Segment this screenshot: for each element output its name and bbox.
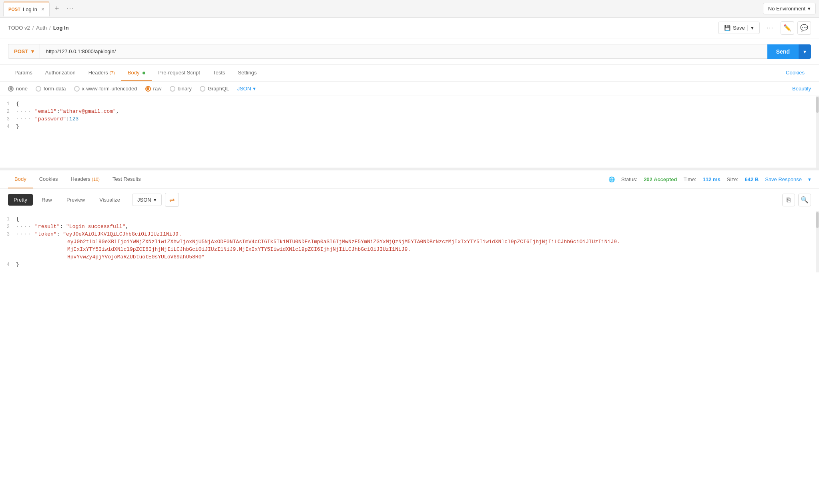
wrap-icon: ⇌: [169, 196, 175, 204]
save-button[interactable]: 💾 Save ▾: [718, 22, 760, 34]
status-label: Status:: [621, 176, 637, 182]
response-panel: Body Cookies Headers (10) Test Results 🌐…: [0, 170, 819, 504]
tab-post-login[interactable]: POST Log In ×: [3, 2, 50, 16]
tab-authorization[interactable]: Authorization: [39, 65, 82, 81]
search-response-button[interactable]: 🔍: [798, 194, 811, 206]
json-format-dropdown-icon: ▾: [154, 197, 157, 203]
send-main-button[interactable]: Send: [767, 44, 799, 59]
response-body-editor[interactable]: 1 { 2 ···· "result": "Login successfull"…: [0, 211, 819, 272]
resp-tab-cookies[interactable]: Cookies: [33, 170, 64, 188]
code-line-1: 1 {: [0, 100, 819, 108]
resp-line-1: 1 {: [0, 215, 819, 223]
env-section: No Environment ▾: [763, 3, 816, 14]
json-dropdown-icon: ▾: [253, 86, 256, 92]
time-value: 112 ms: [703, 176, 721, 182]
breadcrumb-actions: 💾 Save ▾ ··· ✏️ 💬: [718, 21, 811, 35]
resp-tab-headers[interactable]: Headers (10): [64, 170, 106, 188]
save-label: Save: [733, 25, 745, 31]
status-value: 202 Accepted: [644, 176, 677, 182]
tab-body[interactable]: Body: [121, 65, 152, 81]
tab-pre-request[interactable]: Pre-request Script: [152, 65, 207, 81]
tab-title-label: Log In: [23, 6, 37, 12]
beautify-button[interactable]: Beautify: [792, 86, 811, 92]
breadcrumb-folder[interactable]: Auth: [36, 25, 47, 31]
resp-line-4: 4 }: [0, 261, 819, 268]
raw-option[interactable]: raw: [145, 86, 162, 92]
edit-icon: ✏️: [783, 24, 791, 32]
main-layout: TODO v2 / Auth / Log In 💾 Save ▾ ··· ✏️ …: [0, 18, 819, 504]
breadcrumb-collection[interactable]: TODO v2: [8, 25, 30, 31]
tab-headers[interactable]: Headers (7): [82, 65, 121, 81]
form-data-label: form-data: [44, 86, 66, 92]
graphql-radio[interactable]: [200, 86, 205, 92]
code-line-2: 2 ···· "email":"atharv@gmail.com",: [0, 108, 819, 115]
tab-close-icon[interactable]: ×: [41, 6, 44, 12]
tab-more-button[interactable]: ···: [64, 5, 76, 12]
copy-response-button[interactable]: ⎘: [782, 194, 795, 206]
binary-radio[interactable]: [170, 86, 175, 92]
size-label: Size:: [727, 176, 739, 182]
resp-line-3c: MjIxIxYTY5IiwidXNlcl9pZCI6IjhjNjIiLCJhbG…: [0, 246, 819, 253]
resp-line-3b: eyJ0b2tlbl90eXBlIjoiYWNjZXNzIiwiZXhwIjox…: [0, 238, 819, 246]
tab-add-button[interactable]: +: [51, 3, 62, 14]
urlencoded-option[interactable]: x-www-form-urlencoded: [74, 86, 137, 92]
binary-label: binary: [178, 86, 192, 92]
search-icon: 🔍: [801, 196, 809, 204]
send-dropdown-button[interactable]: ▾: [799, 44, 811, 59]
graphql-option[interactable]: GraphQL: [200, 86, 229, 92]
format-pretty[interactable]: Pretty: [8, 194, 33, 206]
env-label: No Environment: [768, 6, 805, 12]
save-icon: 💾: [724, 25, 731, 31]
raw-label: raw: [153, 86, 162, 92]
response-format-bar: Pretty Raw Preview Visualize JSON ▾ ⇌ ⎘ …: [0, 189, 819, 211]
tab-settings[interactable]: Settings: [231, 65, 263, 81]
chevron-down-icon: ▾: [808, 6, 811, 12]
tab-params[interactable]: Params: [8, 65, 39, 81]
tab-bar: POST Log In × + ··· No Environment ▾: [0, 0, 819, 18]
edit-button[interactable]: ✏️: [781, 21, 794, 35]
format-preview[interactable]: Preview: [61, 194, 90, 206]
globe-icon: 🌐: [608, 176, 615, 182]
resp-line-3: 3 ···· "token": "eyJ0eXAiOiJKV1QiLCJhbGc…: [0, 230, 819, 238]
graphql-label: GraphQL: [208, 86, 229, 92]
response-json-selector[interactable]: JSON ▾: [132, 194, 162, 206]
binary-option[interactable]: binary: [170, 86, 192, 92]
response-scrollbar-thumb: [816, 212, 819, 228]
resp-tab-test-results[interactable]: Test Results: [106, 170, 147, 188]
response-tabs: Body Cookies Headers (10) Test Results 🌐…: [0, 170, 819, 189]
editor-scrollbar[interactable]: [816, 96, 819, 168]
method-selector[interactable]: POST ▾: [8, 44, 40, 59]
save-dropdown-icon[interactable]: ▾: [747, 25, 754, 31]
request-body-editor[interactable]: 1 { 2 ···· "email":"atharv@gmail.com", 3…: [0, 96, 819, 168]
json-type-selector[interactable]: JSON ▾: [237, 86, 256, 92]
save-response-button[interactable]: Save Response: [765, 176, 802, 182]
size-value: 642 B: [745, 176, 759, 182]
resp-tab-body[interactable]: Body: [8, 170, 33, 188]
none-label: none: [16, 86, 28, 92]
tab-cookies[interactable]: Cookies: [779, 65, 811, 81]
urlencoded-radio[interactable]: [74, 86, 80, 92]
raw-radio[interactable]: [145, 86, 151, 92]
breadcrumb-bar: TODO v2 / Auth / Log In 💾 Save ▾ ··· ✏️ …: [0, 18, 819, 38]
format-visualize[interactable]: Visualize: [94, 194, 126, 206]
response-scrollbar[interactable]: [816, 211, 819, 272]
wrap-button[interactable]: ⇌: [165, 193, 179, 207]
json-format-label: JSON: [137, 197, 151, 203]
breadcrumb: TODO v2 / Auth / Log In: [8, 25, 69, 31]
env-selector[interactable]: No Environment ▾: [763, 3, 816, 14]
tab-tests[interactable]: Tests: [207, 65, 231, 81]
breadcrumb-sep2: /: [49, 25, 51, 31]
comment-button[interactable]: 💬: [797, 21, 811, 35]
format-raw[interactable]: Raw: [36, 194, 58, 206]
url-input[interactable]: [40, 44, 767, 59]
form-data-radio[interactable]: [36, 86, 41, 92]
code-line-4: 4 }: [0, 123, 819, 130]
more-options-button[interactable]: ···: [763, 22, 777, 34]
form-data-option[interactable]: form-data: [36, 86, 66, 92]
json-label: JSON: [237, 86, 251, 92]
breadcrumb-current: Log In: [53, 25, 69, 31]
response-status: 🌐 Status: 202 Accepted Time: 112 ms Size…: [608, 176, 811, 182]
none-radio[interactable]: [8, 86, 14, 92]
save-response-dropdown-icon[interactable]: ▾: [808, 176, 811, 182]
none-option[interactable]: none: [8, 86, 28, 92]
